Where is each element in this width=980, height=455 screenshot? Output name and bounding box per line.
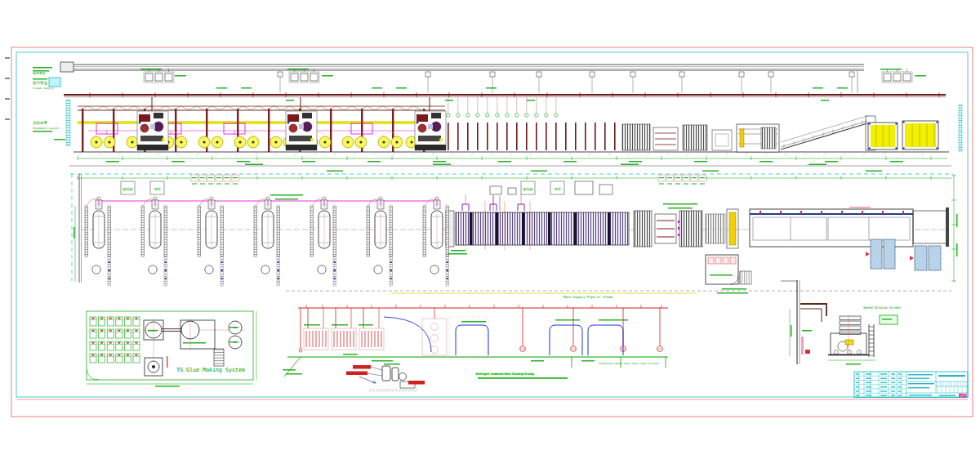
greeked-text (368, 161, 381, 163)
greeked-text (866, 395, 871, 396)
greeked-text (498, 161, 511, 163)
condensate-system-title: Intelligent Condensate Water Discharge D… (475, 372, 535, 376)
greeked-text (825, 161, 838, 163)
greeked-text (717, 292, 748, 294)
greeked-text (866, 373, 871, 374)
greeked-text (396, 87, 407, 89)
greeked-text (849, 207, 871, 208)
greeked-text (856, 395, 859, 396)
greeked-text (172, 161, 185, 163)
fold-mark (5, 118, 10, 120)
greeked-text (384, 364, 400, 365)
greeked-text (200, 177, 205, 178)
steam-supply-title: Main Supply Pipe of Steam (564, 295, 613, 299)
greeked-text (890, 161, 903, 163)
glue-making-system: TS Glue Making System (87, 311, 256, 384)
greeked-text (106, 161, 119, 163)
greeked-text (33, 78, 47, 80)
greeked-text (692, 177, 697, 178)
greeked-text (372, 87, 382, 89)
greeked-text (802, 330, 812, 332)
equipment-layout-label-en: Equipment Layout (33, 127, 59, 130)
greeked-text (200, 184, 205, 185)
greeked-text (527, 100, 535, 101)
double-facer-plan (446, 211, 629, 247)
greeked-text (555, 319, 580, 321)
greeked-text (461, 321, 486, 323)
greeked-text (283, 369, 296, 371)
greeked-text (359, 324, 373, 326)
mill-roll-stand-label: 原纸架 (122, 187, 133, 191)
greeked-text (74, 227, 75, 239)
greeked-text (891, 395, 895, 396)
greeked-text (846, 364, 861, 365)
greeked-text (629, 161, 642, 163)
greeked-text (791, 325, 792, 337)
greeked-text (33, 131, 52, 132)
converting-machines-elevation (622, 124, 779, 152)
stacker-machine-side (828, 314, 874, 357)
greeked-text (891, 382, 895, 383)
greeked-text (140, 69, 162, 70)
steam-source-box (49, 78, 60, 87)
steam-pipe-label-en: Steam Supply (33, 87, 54, 90)
greeked-text (433, 161, 446, 163)
greeked-text (208, 177, 213, 178)
greeked-text (856, 378, 859, 379)
greeked-text (183, 342, 206, 344)
greeked-text (275, 199, 298, 200)
greeked-text (233, 177, 238, 178)
greeked-text (908, 383, 934, 384)
fold-mark (5, 78, 10, 79)
greeked-text (700, 177, 705, 178)
greeked-text (821, 100, 829, 101)
greeked-text (722, 288, 746, 290)
greeked-text (225, 177, 229, 178)
boiler-unit-sketch (346, 365, 425, 388)
greeked-text (880, 69, 902, 70)
greeked-text (445, 100, 453, 101)
greeked-text (659, 177, 664, 178)
greeked-text (343, 354, 358, 355)
glue-mixer-tank (180, 319, 215, 350)
greeked-text (322, 75, 333, 77)
greeked-text (866, 382, 871, 383)
greeked-text (908, 374, 933, 375)
greeked-text (856, 382, 859, 383)
greeked-text (286, 373, 302, 375)
greeked-text (856, 386, 859, 387)
steam-coil-unit (422, 308, 487, 358)
plan-view: 原纸架 湿部 原纸架 湿部 (70, 174, 956, 293)
cable-tray-label: 电缆桥架 (33, 71, 46, 75)
greeked-text (332, 324, 348, 326)
greeked-text (208, 184, 213, 185)
glue-system-title: TS Glue Making System (176, 367, 245, 373)
greeked-text (866, 171, 882, 172)
greeked-text (192, 177, 197, 178)
greeked-text (33, 70, 49, 72)
greeked-text (327, 171, 343, 172)
greeked-text (531, 360, 544, 362)
greeked-text (684, 177, 688, 178)
greeked-text (808, 164, 826, 166)
greeked-text (675, 177, 680, 178)
greeked-text (700, 184, 705, 185)
cable-tray (60, 62, 864, 93)
greeked-text (898, 386, 902, 387)
greeked-text (192, 184, 197, 185)
greeked-text (668, 207, 693, 209)
callout-label-red (346, 372, 368, 376)
greeked-text (667, 184, 672, 185)
greeked-text (866, 378, 871, 379)
greeked-text (372, 360, 393, 362)
fold-mark (5, 98, 10, 100)
greeked-text (891, 373, 895, 374)
wet-end-label: 湿部 (154, 187, 160, 191)
greeked-text (939, 395, 956, 396)
greeked-text (564, 161, 577, 163)
greeked-text (237, 161, 250, 163)
tray-end-cabinet (60, 62, 74, 72)
greeked-text (880, 382, 887, 383)
callout-label-red (408, 381, 425, 385)
greeked-text (486, 87, 497, 89)
